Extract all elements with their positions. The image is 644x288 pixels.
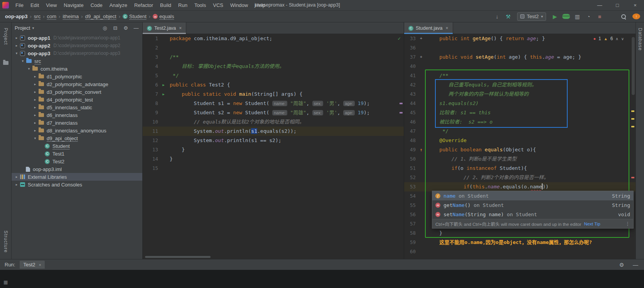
tree-item-d7-innerclass[interactable]: ▸d7_innerclass <box>12 119 142 127</box>
coverage-icon[interactable]: ▥ <box>573 13 581 20</box>
code-line[interactable]: 12 System.out.println(s1 == s2); <box>143 136 404 145</box>
run-tab-test2[interactable]: Test2 × <box>20 261 45 269</box>
next-issue-icon[interactable]: ∨ <box>621 37 624 41</box>
error-stripe-mark[interactable] <box>631 177 634 178</box>
line-number[interactable]: 60 <box>404 247 418 256</box>
close-tab-icon[interactable]: × <box>446 25 448 31</box>
tree-item-oop-app3-iml[interactable]: oop-app3.iml <box>12 165 142 173</box>
line-number[interactable]: 33 <box>404 34 418 43</box>
prev-issue-icon[interactable]: ∧ <box>615 37 618 41</box>
tree-chevron-icon[interactable]: ▸ <box>14 183 19 186</box>
code-line[interactable]: 13 } <box>143 145 404 154</box>
close-button[interactable]: × <box>626 0 644 10</box>
breadcrumb-item-d9_api_object[interactable]: d9_api_object <box>84 13 118 20</box>
more-options-icon[interactable]: ⋮ <box>625 221 630 227</box>
tree-chevron-icon[interactable]: ▸ <box>14 175 19 179</box>
code-line[interactable]: 59 这里不能用o.name,因为o是object，没有name属性，那怎么办呢… <box>404 238 636 247</box>
build-hammer-icon[interactable]: ⚒ <box>504 13 512 20</box>
menu-analyze[interactable]: Analyze <box>106 1 131 10</box>
tree-item-d8-innerclass-anonymous[interactable]: ▸d8_innerclass_anonymous <box>12 127 142 134</box>
code-line[interactable]: 40 <box>404 62 636 71</box>
code-line[interactable]: 7▶ public static void main(String[] args… <box>143 90 404 99</box>
code-line[interactable]: 58 } <box>404 229 636 238</box>
code-line[interactable]: 1package com.itheima.d9_api_object; <box>143 34 404 43</box>
tree-item-d4-polymorphic-test[interactable]: ▸d4_polymorphic_test <box>12 96 142 103</box>
hide-panel-icon[interactable]: — <box>133 24 139 32</box>
line-number[interactable]: 45 <box>404 108 418 117</box>
tree-item-src[interactable]: ▾src <box>12 57 142 65</box>
code-line[interactable]: 43 两个对象的内容一样就认为是相等的 <box>404 90 636 99</box>
code-line[interactable]: 9 Student s2 = new Student( name: "周雄", … <box>143 108 404 117</box>
run-config-select[interactable]: Test2 ▾ <box>517 12 546 21</box>
profiler-icon[interactable]: ◔ <box>585 13 592 20</box>
tool-window-database-button[interactable]: Database <box>637 28 643 51</box>
line-number[interactable]: 2 <box>143 43 160 53</box>
line-number[interactable]: 50 <box>404 154 418 164</box>
line-number[interactable]: 10 <box>143 117 160 127</box>
override-marker-icon[interactable]: ↑ <box>418 145 424 154</box>
line-number[interactable]: 7 <box>143 90 160 99</box>
line-number[interactable]: 13 <box>143 145 160 154</box>
code-line[interactable]: 47 */ <box>404 127 636 136</box>
tree-chevron-icon[interactable]: ▸ <box>32 113 38 117</box>
error-stripe-mark[interactable] <box>631 126 634 127</box>
error-stripe-mark[interactable] <box>631 110 634 112</box>
close-tab-icon[interactable]: × <box>179 25 182 31</box>
line-number[interactable]: 1 <box>143 34 160 43</box>
inspection-widget[interactable]: ● 1 ▲ 6 ∧ ∨ <box>593 36 624 41</box>
code-line[interactable]: 10 // equals默认是比较2个对象的地址是否相同。 <box>143 117 404 127</box>
tree-item-test1[interactable]: Test1 <box>12 150 142 158</box>
line-number[interactable]: 57 <box>404 219 418 229</box>
debug-button[interactable] <box>562 14 570 19</box>
line-number[interactable]: 14 <box>143 154 160 164</box>
project-panel-title[interactable]: Project <box>15 25 30 31</box>
code-line[interactable]: 11 System.out.println(s1.equals(s2)); <box>143 127 404 136</box>
code-line[interactable]: 52 // 2、判断2个对象的内容是否一样。 <box>404 173 636 182</box>
line-number[interactable]: 56 <box>404 210 418 219</box>
completion-item[interactable]: setName(String name) on Studentvoid <box>432 210 633 219</box>
error-stripe-left[interactable] <box>398 34 404 259</box>
breadcrumb-item-equals[interactable]: equals <box>152 13 175 20</box>
line-number[interactable]: 4 <box>143 62 160 71</box>
tree-chevron-icon[interactable]: ▾ <box>26 67 32 71</box>
tree-chevron-icon[interactable]: ▸ <box>14 36 19 40</box>
line-number[interactable]: 37 <box>404 53 418 62</box>
search-everywhere-icon[interactable] <box>620 14 628 20</box>
tree-item-scratches-and-consoles[interactable]: ▸Scratches and Consoles <box>12 181 142 188</box>
error-stripe-mark[interactable] <box>400 112 403 114</box>
error-stripe-mark[interactable] <box>400 103 403 104</box>
fold-marker-icon[interactable]: + <box>418 34 424 43</box>
code-line[interactable]: 15 <box>143 164 404 173</box>
settings-icon[interactable]: ⚙ <box>618 261 625 269</box>
breadcrumb-item-student[interactable]: Student <box>121 13 148 20</box>
line-number[interactable]: 48 <box>404 136 418 145</box>
tree-item-d2-polymorphic-advantage[interactable]: ▸d2_polymorphic_advantage <box>12 80 142 88</box>
code-area-test2[interactable]: 1package com.itheima.d9_api_object;23/**… <box>143 34 404 259</box>
line-number[interactable]: 42 <box>404 80 418 90</box>
menu-run[interactable]: Run <box>175 1 191 10</box>
code-line[interactable]: 44 s1.equals(s2) <box>404 99 636 108</box>
line-number[interactable]: 49 <box>404 145 418 154</box>
line-number[interactable]: 40 <box>404 62 418 71</box>
code-line[interactable]: 45 比较者: s1 == this <box>404 108 636 117</box>
tree-chevron-icon[interactable]: ▸ <box>32 98 38 102</box>
line-number[interactable]: 53 <box>404 182 418 191</box>
hide-icon[interactable]: — <box>632 261 639 269</box>
close-tab-icon[interactable]: × <box>39 263 41 267</box>
tree-chevron-icon[interactable]: ▾ <box>14 51 19 55</box>
commander-icon[interactable] <box>3 61 8 65</box>
menu-build[interactable]: Build <box>157 1 175 10</box>
code-line[interactable]: 51 if(o instanceof Student){ <box>404 164 636 173</box>
tree-chevron-icon[interactable]: ▸ <box>32 105 38 109</box>
next-tip-link[interactable]: Next Tip <box>584 222 600 226</box>
code-line[interactable]: 6▶public class Test2 { <box>143 80 404 90</box>
tree-item-com-itheima[interactable]: ▾com.itheima <box>12 65 142 73</box>
tab-test2-java[interactable]: Test2.java × <box>143 22 186 34</box>
code-line[interactable]: 5 */ <box>143 71 404 80</box>
tree-item-oop-app1[interactable]: ▸oop-app1D:\code\javasepromax\oop-app1 <box>12 34 142 42</box>
code-line[interactable]: 14} <box>143 154 404 164</box>
tree-chevron-icon[interactable]: ▾ <box>32 136 38 140</box>
tree-chevron-icon[interactable]: ▸ <box>32 121 38 125</box>
menu-view[interactable]: View <box>42 1 60 10</box>
line-number[interactable]: 47 <box>404 127 418 136</box>
